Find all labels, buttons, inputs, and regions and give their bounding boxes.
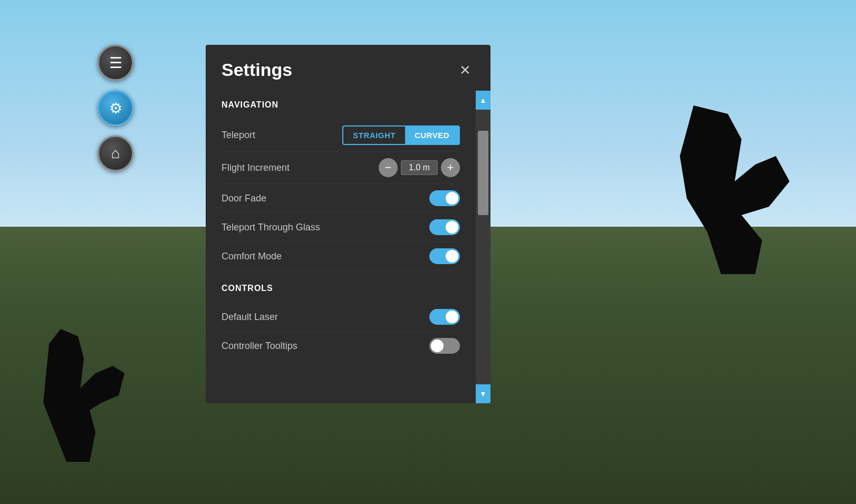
flight-increment-control: − 1.0 m + <box>379 158 460 177</box>
flight-increment-row: Flight Increment − 1.0 m + <box>222 152 460 184</box>
controller-tooltips-toggle[interactable] <box>429 338 460 354</box>
comfort-mode-label: Comfort Mode <box>222 251 282 262</box>
close-button[interactable]: ✕ <box>456 61 475 80</box>
door-fade-knob <box>446 192 458 205</box>
teleport-glass-toggle[interactable] <box>429 219 460 235</box>
teleport-glass-row: Teleport Through Glass <box>222 213 460 242</box>
settings-body: NAVIGATION Teleport STRAIGHT CURVED Flig… <box>206 91 490 403</box>
scroll-up-button[interactable]: ▲ <box>476 91 490 110</box>
default-laser-knob <box>446 311 458 323</box>
scrollbar: ▲ ▼ <box>476 91 490 403</box>
settings-button[interactable]: ⚙ <box>98 90 133 126</box>
settings-content: NAVIGATION Teleport STRAIGHT CURVED Flig… <box>206 91 476 403</box>
navigation-section-label: NAVIGATION <box>222 100 460 110</box>
comfort-mode-row: Comfort Mode <box>222 242 460 271</box>
controls-section-label: CONTROLS <box>222 284 460 293</box>
default-laser-row: Default Laser <box>222 303 460 332</box>
flight-increment-label: Flight Increment <box>222 162 290 173</box>
settings-title: Settings <box>222 60 292 80</box>
decrement-button[interactable]: − <box>379 158 398 177</box>
sidebar-buttons: ☰ ⚙ ⌂ <box>98 45 133 171</box>
default-laser-label: Default Laser <box>222 312 278 323</box>
settings-header: Settings ✕ <box>206 45 490 91</box>
teleport-glass-label: Teleport Through Glass <box>222 222 320 233</box>
controller-tooltips-label: Controller Tooltips <box>222 341 297 352</box>
teleport-toggle-group: STRAIGHT CURVED <box>342 125 460 145</box>
home-icon: ⌂ <box>111 145 120 162</box>
scroll-track <box>476 110 490 384</box>
door-fade-label: Door Fade <box>222 193 266 204</box>
comfort-mode-knob <box>446 250 458 263</box>
teleport-row: Teleport STRAIGHT CURVED <box>222 119 460 152</box>
scroll-thumb[interactable] <box>478 131 488 215</box>
settings-panel: Settings ✕ NAVIGATION Teleport STRAIGHT … <box>206 45 490 403</box>
controller-tooltips-row: Controller Tooltips <box>222 332 460 360</box>
teleport-straight-option[interactable]: STRAIGHT <box>343 127 405 144</box>
settings-icon: ⚙ <box>109 100 122 117</box>
menu-button[interactable]: ☰ <box>98 45 133 81</box>
teleport-curved-option[interactable]: CURVED <box>405 127 459 144</box>
door-fade-row: Door Fade <box>222 184 460 213</box>
menu-icon: ☰ <box>109 54 122 72</box>
teleport-label: Teleport <box>222 130 255 141</box>
default-laser-toggle[interactable] <box>429 309 460 325</box>
teleport-glass-knob <box>446 221 458 234</box>
controller-tooltips-knob <box>431 340 444 352</box>
increment-button[interactable]: + <box>441 158 460 177</box>
flight-increment-value: 1.0 m <box>401 160 438 175</box>
scroll-down-button[interactable]: ▼ <box>476 384 490 403</box>
home-button[interactable]: ⌂ <box>98 135 133 171</box>
door-fade-toggle[interactable] <box>429 190 460 206</box>
comfort-mode-toggle[interactable] <box>429 248 460 264</box>
